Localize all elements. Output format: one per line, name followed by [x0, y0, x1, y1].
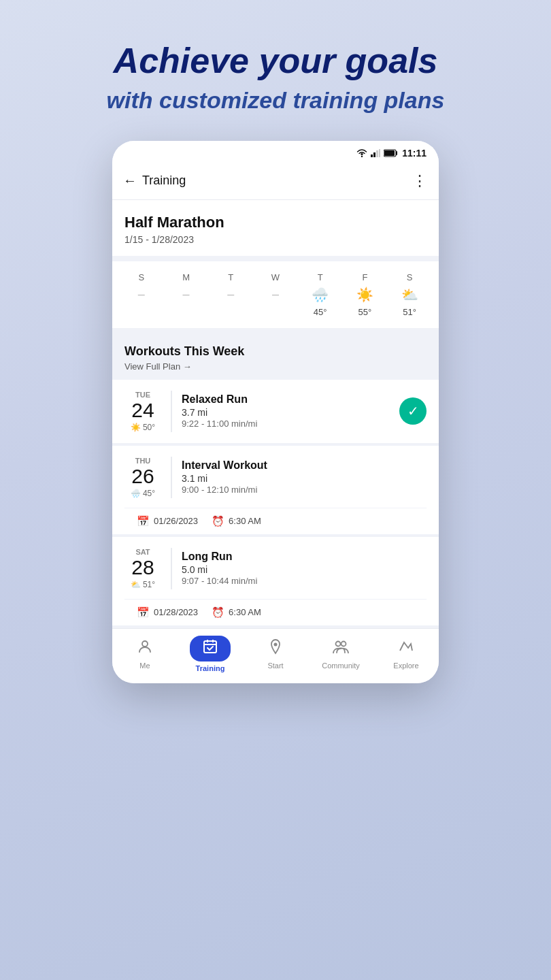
week-days: S – M – T – W – T 🌧️: [119, 272, 432, 317]
svg-point-13: [336, 641, 341, 646]
me-icon: [137, 638, 153, 659]
svg-rect-3: [376, 150, 378, 157]
alarm-icon-thu: ⏰: [212, 515, 224, 527]
workouts-header: Workouts This Week View Full Plan →: [112, 333, 439, 377]
status-icons: 11:11: [356, 148, 427, 159]
plan-name: Half Marathon: [124, 214, 427, 231]
day-col-fri: F ☀️ 55°: [346, 272, 384, 317]
explore-icon: [398, 638, 414, 659]
svg-point-0: [361, 156, 363, 157]
calendar-icon-sat: 📅: [137, 606, 150, 619]
svg-rect-2: [373, 152, 375, 157]
status-bar: 11:11: [112, 141, 439, 165]
schedule-row-sat: 📅 01/28/2023 ⏰ 6:30 AM: [124, 599, 427, 625]
plan-header: Half Marathon 1/15 - 1/28/2023: [112, 200, 439, 256]
workout-info-tue: Relaxed Run 3.7 mi 9:22 - 11:00 min/mi: [182, 393, 399, 429]
schedule-time-thu: ⏰ 6:30 AM: [212, 515, 261, 527]
community-icon: [331, 638, 350, 659]
signal-icon: [371, 149, 380, 157]
training-icon: [202, 638, 218, 659]
schedule-row-thu: 📅 01/26/2023 ⏰ 6:30 AM: [124, 508, 427, 534]
schedule-time-sat: ⏰ 6:30 AM: [212, 606, 261, 619]
bottom-nav: Me Training: [112, 628, 439, 683]
day-col-wed: W –: [256, 272, 295, 317]
svg-rect-8: [204, 641, 216, 653]
wifi-icon: [356, 149, 367, 157]
phone-frame: 11:11 ← Training ⋮ Half Marathon 1/15 - …: [112, 141, 439, 683]
workout-info-thu: Interval Workout 3.1 mi 9:00 - 12:10 min…: [182, 459, 427, 495]
day-col-mon: M –: [167, 272, 205, 317]
svg-rect-4: [379, 149, 380, 157]
workout-complete-badge: ✓: [399, 397, 427, 425]
hero-subtitle: with customized training plans: [86, 87, 465, 114]
svg-point-14: [341, 641, 346, 646]
page-title: Training: [142, 174, 186, 188]
svg-point-12: [274, 642, 278, 646]
rain-icon-thu: 🌧️: [131, 489, 141, 498]
svg-point-7: [142, 641, 148, 647]
start-icon: [267, 638, 284, 659]
nav-item-start[interactable]: Start: [252, 638, 299, 670]
workout-date-sat: SAT 28 ⛅ 51°: [124, 548, 172, 589]
day-col-thu: T 🌧️ 45°: [301, 272, 339, 317]
day-col-sat: S ⛅ 51°: [390, 272, 429, 317]
alarm-icon-sat: ⏰: [212, 606, 224, 619]
nav-item-explore[interactable]: Explore: [382, 638, 430, 670]
svg-rect-6: [384, 150, 395, 156]
workout-date-tue: TUE 24 ☀️ 50°: [124, 391, 172, 432]
workouts-title: Workouts This Week: [124, 344, 427, 359]
schedule-date-thu: 📅 01/26/2023: [137, 515, 198, 527]
day-col-tue: T –: [212, 272, 250, 317]
more-button[interactable]: ⋮: [412, 172, 428, 190]
top-nav: ← Training ⋮: [112, 165, 439, 200]
workout-info-sat: Long Run 5.0 mi 9:07 - 10:44 min/mi: [182, 551, 427, 586]
sun-icon: ☀️: [131, 423, 141, 432]
workout-card-thu[interactable]: THU 26 🌧️ 45° Interval Workout 3.1 mi 9:…: [112, 446, 439, 534]
hero-title: Achieve your goals: [86, 41, 465, 82]
week-section: S – M – T – W – T 🌧️: [112, 261, 439, 328]
nav-left: ← Training: [123, 173, 186, 189]
view-full-plan-link[interactable]: View Full Plan →: [124, 361, 427, 372]
back-button[interactable]: ←: [123, 173, 137, 189]
schedule-date-sat: 📅 01/28/2023: [137, 606, 198, 619]
nav-item-training[interactable]: Training: [186, 636, 234, 672]
day-col-sun: S –: [122, 272, 161, 317]
nav-item-me[interactable]: Me: [121, 638, 169, 670]
workout-date-thu: THU 26 🌧️ 45°: [124, 457, 172, 498]
plan-dates: 1/15 - 1/28/2023: [124, 234, 427, 245]
workout-card-sat[interactable]: SAT 28 ⛅ 51° Long Run 5.0 mi 9:07 - 10:4…: [112, 537, 439, 625]
nav-item-community[interactable]: Community: [317, 638, 365, 670]
svg-rect-1: [371, 154, 373, 157]
battery-icon: [384, 149, 399, 157]
calendar-icon: 📅: [137, 515, 150, 527]
cloud-icon-sat: ⛅: [131, 580, 141, 589]
status-time: 11:11: [402, 148, 427, 159]
workout-card-tue[interactable]: TUE 24 ☀️ 50° Relaxed Run 3.7 mi 9:22 - …: [112, 380, 439, 443]
